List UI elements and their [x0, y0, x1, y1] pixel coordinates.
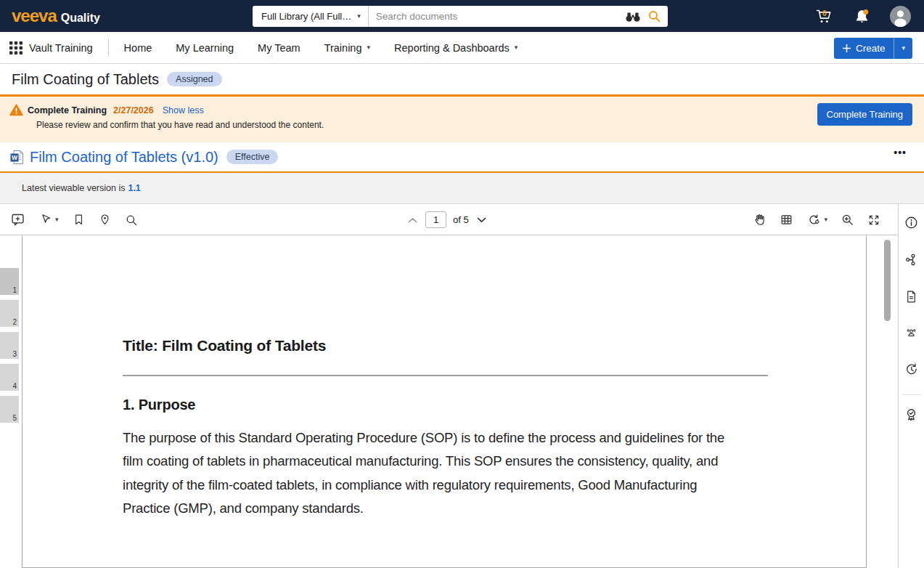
page-thumbnail-4[interactable]: 4	[0, 364, 19, 391]
info-icon	[904, 215, 919, 230]
search-icons	[625, 10, 668, 23]
bell-icon	[854, 8, 870, 25]
version-notice-text: Latest viewable version is	[22, 183, 125, 193]
due-date: 2/27/2026	[113, 105, 154, 115]
toolbar-right-group: ▾	[751, 204, 882, 235]
nav-item-my-learning[interactable]: My Learning	[176, 42, 234, 54]
cart-button[interactable]: 0	[814, 7, 834, 25]
search-submit-button[interactable]	[648, 10, 661, 23]
plus-icon	[843, 44, 851, 52]
nav-item-label: Home	[124, 42, 152, 54]
doc-history-button[interactable]	[904, 362, 919, 377]
app-launcher-button[interactable]	[9, 41, 23, 54]
pan-tool-button[interactable]	[751, 211, 768, 228]
app-grid-icon	[9, 41, 23, 54]
search-scope-selector[interactable]: Full Library (All Full… ▾	[253, 6, 368, 27]
next-page-button[interactable]	[475, 216, 488, 224]
document-content-title: Title: Film Coating of Tablets	[123, 337, 326, 354]
nav-item-label: My Team	[258, 42, 300, 54]
nav-item-reporting-dashboards[interactable]: Reporting & Dashboards▾	[394, 42, 518, 54]
search-document-button[interactable]	[123, 212, 139, 228]
chevron-up-icon	[408, 217, 417, 223]
doc-info-button[interactable]	[904, 215, 919, 230]
thumbnail-number: 1	[12, 286, 17, 294]
banner-header-row: Complete Training 2/27/2026 Show less	[28, 105, 204, 115]
rotate-button[interactable]: ▾	[805, 211, 829, 229]
doc-workflow-button[interactable]	[904, 252, 919, 267]
doc-training-button[interactable]	[904, 407, 919, 423]
user-menu-button[interactable]	[890, 6, 911, 27]
create-button[interactable]: Create	[834, 38, 894, 59]
page-title-bar: Film Coating of Tablets Assigned	[0, 64, 924, 94]
select-tool-button[interactable]: ▾	[38, 211, 60, 228]
toolbar-page-nav: of 5	[406, 204, 488, 235]
annotate-button[interactable]	[9, 211, 27, 229]
page-thumbnail-5[interactable]: 5	[0, 396, 19, 423]
nav-item-training[interactable]: Training▾	[324, 42, 370, 54]
assignment-status-badge: Assigned	[167, 72, 221, 86]
document-viewer: ▾ of 5	[0, 204, 924, 568]
doc-fields-button[interactable]	[904, 289, 918, 304]
page-thumbnail-2[interactable]: 2	[0, 300, 19, 327]
cart-icon: 0	[814, 7, 834, 25]
complete-training-button[interactable]: Complete Training	[817, 103, 913, 126]
latest-version-link[interactable]: 1.1	[128, 183, 140, 193]
version-notice-bar: Latest viewable version is 1.1	[0, 173, 924, 204]
thumbnail-grid-button[interactable]	[778, 211, 795, 228]
binoculars-icon	[625, 11, 641, 23]
page-number-input[interactable]	[425, 211, 446, 228]
product-name: Quality	[61, 12, 100, 25]
create-dropdown-button[interactable]: ▾	[894, 38, 912, 59]
chevron-down-icon	[477, 217, 486, 223]
cursor-icon	[39, 213, 52, 227]
hand-icon	[753, 213, 766, 227]
chevron-down-icon: ▾	[367, 44, 371, 51]
doc-sharing-button[interactable]	[904, 326, 919, 340]
advanced-search-button[interactable]	[625, 11, 641, 23]
bookmarks-button[interactable]	[71, 211, 86, 228]
document-icon	[904, 289, 918, 304]
notifications-button[interactable]	[854, 8, 870, 25]
search-icon	[648, 10, 661, 23]
page-thumbnail-3[interactable]: 3	[0, 332, 19, 359]
document-divider	[123, 375, 768, 376]
fullscreen-button[interactable]	[866, 212, 882, 228]
nav-item-label: My Learning	[176, 42, 234, 54]
document-actions-menu[interactable]: •••	[894, 147, 907, 158]
page-title: Film Coating of Tablets	[12, 71, 159, 88]
thumbnail-number: 2	[12, 318, 17, 326]
document-section-heading: 1. Purpose	[123, 397, 195, 413]
training-banner: Complete Training 2/27/2026 Show less Pl…	[0, 94, 924, 142]
thumbnail-number: 4	[12, 382, 17, 390]
viewer-main: ▾ of 5	[0, 204, 898, 568]
word-document-icon: W	[10, 150, 24, 165]
nav-item-home[interactable]: Home	[124, 42, 152, 54]
chevron-down-icon: ▾	[515, 44, 518, 51]
page-thumbnail-1[interactable]: 1	[0, 268, 19, 295]
comment-add-icon	[10, 212, 25, 227]
search-scope-label: Full Library (All Full…	[261, 11, 351, 22]
document-side-panel	[898, 204, 924, 568]
zoom-in-button[interactable]	[839, 211, 856, 228]
document-paragraph: The purpose of this Standard Operating P…	[123, 426, 747, 521]
location-pin-button[interactable]	[97, 211, 113, 228]
zoom-in-icon	[841, 213, 854, 227]
nav-left: Vault Training Home My Learning My Team …	[9, 39, 541, 57]
vertical-scrollbar[interactable]	[884, 240, 891, 321]
grid-view-icon	[780, 213, 793, 227]
previous-page-button[interactable]	[406, 216, 419, 224]
create-button-label: Create	[856, 43, 886, 54]
brand-logo: veeva Quality	[12, 7, 100, 25]
svg-text:0: 0	[822, 9, 827, 17]
show-less-link[interactable]: Show less	[163, 105, 204, 115]
thumbnail-number: 3	[12, 350, 17, 358]
document-page: Title: Film Coating of Tablets 1. Purpos…	[22, 235, 867, 568]
nav-item-my-team[interactable]: My Team	[258, 42, 300, 54]
nav-bar: Vault Training Home My Learning My Team …	[0, 32, 924, 64]
search-input[interactable]	[369, 11, 625, 22]
document-title-link[interactable]: Film Coating of Tablets (v1.0)	[30, 149, 218, 166]
viewer-toolbar: ▾ of 5	[0, 204, 898, 235]
banner-message: Please review and confirm that you have …	[36, 120, 324, 130]
document-header: W Film Coating of Tablets (v1.0) Effecti…	[0, 142, 924, 173]
top-bar: veeva Quality Full Library (All Full… ▾	[0, 0, 924, 32]
